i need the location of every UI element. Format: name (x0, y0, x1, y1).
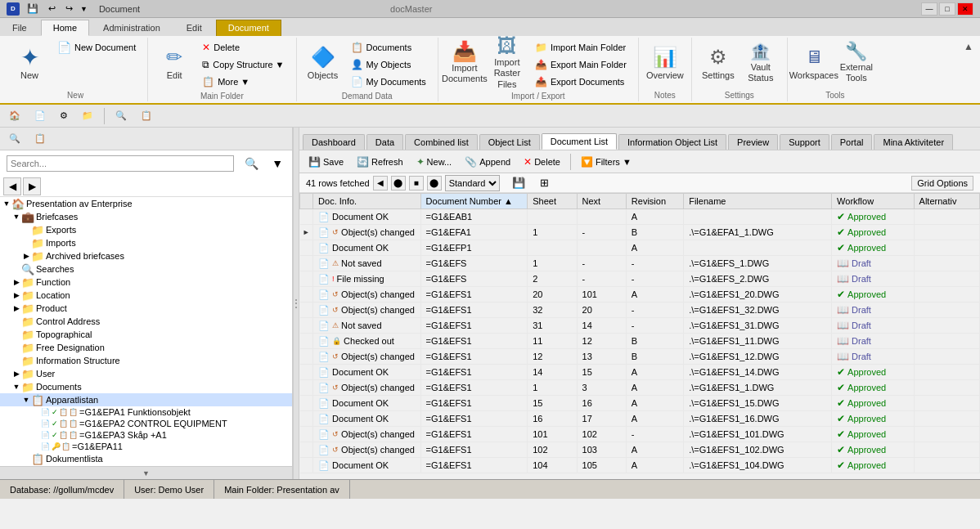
append-btn[interactable]: 📎 Append (459, 153, 516, 171)
grid-columns-btn[interactable]: ⊞ (534, 174, 555, 192)
overview-btn[interactable]: 📊 Overview (645, 39, 685, 85)
table-row[interactable]: 📄↺ Object(s) changed =G1&EFS1 101 102 - … (300, 427, 980, 442)
tree-toggle-root[interactable]: ▼ (2, 199, 11, 208)
copy-structure-btn[interactable]: ⧉Copy Structure ▼ (197, 56, 289, 73)
export-documents-btn[interactable]: 📤Export Documents (530, 74, 632, 90)
tree-item-apparatlistan[interactable]: ▼ 📋 Apparatlistan (0, 393, 292, 406)
tab-file[interactable]: File (0, 20, 39, 36)
col-alternative[interactable]: Alternativ (914, 194, 979, 209)
table-row[interactable]: 📄 Document OK =G1&EAB1 A ✔ Approved (300, 209, 980, 225)
table-row[interactable]: 📄↺ Object(s) changed =G1&EFS1 12 13 B .\… (300, 349, 980, 365)
ribbon-collapse-btn[interactable]: ▲ (960, 39, 977, 54)
tree-item-epa2[interactable]: ▶ 📄 ✓ 📋 📋 =G1&EPA2 CONTROL EQUIPMENT (0, 418, 292, 429)
toolbar-folder-btn[interactable]: 📁 (76, 107, 99, 125)
toolbar-home-btn[interactable]: 🏠 (3, 107, 26, 125)
documents-btn[interactable]: 📋Documents (346, 39, 431, 56)
tab-information-object-list[interactable]: Information Object List (618, 134, 726, 150)
tree-item-user[interactable]: ▶ 📁 User (0, 367, 292, 380)
col-doc-info[interactable]: Doc. Info. (313, 194, 421, 209)
grid-save-view-btn[interactable]: 💾 (506, 174, 531, 192)
table-row[interactable]: 📄↺ Object(s) changed =G1&EFS1 1 3 A .\=G… (300, 380, 980, 396)
grid-nav-next[interactable]: ⬤ (427, 176, 442, 191)
tab-preview[interactable]: Preview (728, 134, 778, 150)
tree-item-topographical[interactable]: ▶ 📁 Topographical (0, 328, 292, 341)
delete-btn[interactable]: ✕Delete (197, 39, 289, 56)
tree-search-input[interactable] (7, 159, 233, 168)
external-tools-btn[interactable]: 🔧 ExternalTools (837, 39, 876, 85)
close-btn[interactable]: ✕ (957, 2, 973, 16)
tree-toggle-function[interactable]: ▶ (11, 277, 21, 287)
grid-nav-stop[interactable]: ■ (409, 176, 424, 191)
grid-nav-prev[interactable]: ⬤ (391, 176, 406, 191)
table-row[interactable]: 📄↺ Object(s) changed =G1&EFS1 20 101 A .… (300, 287, 980, 303)
col-filename[interactable]: Filename (684, 194, 832, 209)
tree-item-control-address[interactable]: ▶ 📁 Control Address (0, 315, 292, 328)
toolbar-search-btn[interactable]: 🔍 (110, 107, 133, 125)
tab-combined-list[interactable]: Combined list (405, 134, 478, 150)
tab-dashboard[interactable]: Dashboard (303, 134, 365, 150)
table-row[interactable]: 📄 Document OK =G1&EFS1 104 105 A .\=G1&E… (300, 458, 980, 473)
tree-toggle-documents[interactable]: ▼ (11, 382, 21, 392)
table-row[interactable]: ► 📄↺ Object(s) changed =G1&EFA1 1 - B .\… (300, 225, 980, 240)
import-raster-btn[interactable]: 🖼 ImportRaster Files (488, 39, 527, 85)
nav-forward-btn[interactable]: ▶ (23, 177, 41, 195)
save-btn[interactable]: 💾 Save (303, 153, 349, 171)
table-row[interactable]: 📄 Document OK =G1&EFS1 16 17 A .\=G1&EFS… (300, 411, 980, 427)
col-doc-number[interactable]: Document Number ▲ (420, 194, 528, 209)
tree-item-imports[interactable]: ▶ 📁 Imports (0, 236, 292, 249)
delete-content-btn[interactable]: ✕ Delete (518, 153, 566, 171)
more-btn[interactable]: 📋More ▼ (197, 74, 289, 90)
tree-toggle-location[interactable]: ▶ (11, 290, 21, 300)
refresh-btn[interactable]: 🔄 Refresh (351, 153, 409, 171)
objects-large-btn[interactable]: 🔷 Objects (303, 39, 343, 85)
tree-item-information-structure[interactable]: ▶ 📁 Information Structure (0, 354, 292, 367)
table-row[interactable]: 📄! File missing =G1&EFS 2 - - .\=G1&EFS_… (300, 271, 980, 287)
vault-status-btn[interactable]: 🏦 VaultStatus (741, 39, 780, 85)
new-large-btn[interactable]: ✦ New (10, 39, 49, 85)
tree-item-function[interactable]: ▶ 📁 Function (0, 276, 292, 289)
tree-item-exports[interactable]: ▶ 📁 Exports (0, 223, 292, 236)
my-documents-btn[interactable]: 📄My Documents (346, 74, 431, 90)
tab-support[interactable]: Support (780, 134, 829, 150)
table-row[interactable]: 📄↺ Object(s) changed =G1&EFS1 32 20 - .\… (300, 303, 980, 318)
tree-toggle-apparatlistan[interactable]: ▼ (21, 395, 31, 405)
my-objects-btn[interactable]: 👤My Objects (346, 56, 431, 73)
search-go-btn[interactable]: 🔍 (239, 155, 264, 173)
tab-home[interactable]: Home (41, 20, 89, 36)
filters-btn[interactable]: 🔽 Filters ▼ (575, 153, 637, 171)
tab-administration[interactable]: Administration (91, 20, 173, 36)
tree-item-epa1[interactable]: ▶ 📄 ✓ 📋 📋 =G1&EPA1 Funktionsobjekt (0, 406, 292, 418)
nav-back-btn[interactable]: ◀ (3, 177, 21, 195)
edit-large-btn[interactable]: ✏ Edit (155, 39, 194, 85)
tree-item-product[interactable]: ▶ 📁 Product (0, 302, 292, 315)
quick-access-redo[interactable]: ↪ (63, 3, 75, 14)
tree-toggle-archived[interactable]: ▶ (21, 251, 31, 261)
col-sheet[interactable]: Sheet (528, 194, 577, 209)
table-row[interactable]: 📄 Document OK =G1&EFP1 A ✔ Approved (300, 240, 980, 256)
col-next[interactable]: Next (577, 194, 626, 209)
tree-toggle-briefcases[interactable]: ▼ (11, 212, 21, 222)
tree-toggle-user[interactable]: ▶ (11, 369, 21, 379)
import-docs-btn[interactable]: 📥 ImportDocuments (445, 39, 484, 85)
table-row[interactable]: 📄 Document OK =G1&EFS1 15 16 A .\=G1&EFS… (300, 396, 980, 411)
tab-document[interactable]: Document (216, 20, 281, 36)
export-main-folder-btn[interactable]: 📤Export Main Folder (530, 56, 632, 73)
table-row[interactable]: 📄⚠ Not saved =G1&EFS 1 - - .\=G1&EFS_1.D… (300, 256, 980, 271)
tab-mina-aktiviteter[interactable]: Mina Aktiviteter (874, 134, 953, 150)
col-revision[interactable]: Revision (626, 194, 683, 209)
toolbar-settings-btn[interactable]: ⚙ (54, 107, 74, 125)
tree-item-searches[interactable]: ▶ 🔍 Searches (0, 262, 292, 276)
view-selector[interactable]: Standard Compact Detailed (445, 175, 500, 191)
maximize-btn[interactable]: □ (939, 2, 955, 16)
tab-portal[interactable]: Portal (831, 134, 873, 150)
toolbar-filter-btn[interactable]: 📋 (135, 107, 158, 125)
new-document-btn[interactable]: 📄New Document (52, 39, 141, 56)
workspaces-btn[interactable]: 🖥 Workspaces (794, 39, 834, 85)
col-workflow[interactable]: Workflow (832, 194, 914, 209)
tab-document-list[interactable]: Document List (542, 133, 617, 150)
tab-edit[interactable]: Edit (174, 20, 214, 36)
tree-item-root[interactable]: ▼ 🏠 Presentation av Enterprise (0, 197, 292, 210)
grid-options-btn[interactable]: Grid Options (911, 176, 973, 191)
tree-item-epa3[interactable]: ▶ 📄 ✓ 📋 📋 =G1&EPA3 Skåp +A1 (0, 429, 292, 441)
search-clear-btn[interactable]: ▼ (266, 155, 289, 173)
